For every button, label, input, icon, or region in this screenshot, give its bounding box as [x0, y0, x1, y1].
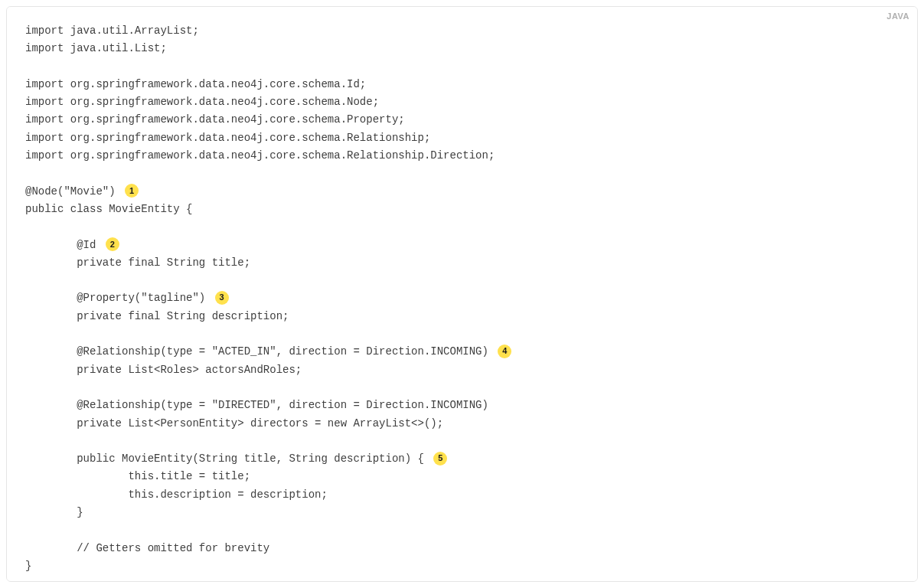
- code-line: this.description = description;: [25, 488, 328, 501]
- callout-5[interactable]: 5: [433, 452, 447, 466]
- code-line: import org.springframework.data.neo4j.co…: [25, 132, 430, 144]
- code-line: @Relationship(type = "DIRECTED", directi…: [25, 399, 488, 411]
- code-line: import java.util.ArrayList;: [25, 24, 199, 37]
- code-line: import java.util.List;: [25, 42, 167, 54]
- code-line: private final String description;: [25, 310, 289, 322]
- code-line: import org.springframework.data.neo4j.co…: [25, 149, 495, 162]
- code-line: @Property("tagline"): [25, 292, 205, 304]
- code-line: import org.springframework.data.neo4j.co…: [25, 96, 379, 108]
- code-line: import org.springframework.data.neo4j.co…: [25, 113, 405, 126]
- code-line: private final String title;: [25, 256, 250, 269]
- code-line: @Relationship(type = "ACTED_IN", directi…: [25, 345, 488, 358]
- code-line: import org.springframework.data.neo4j.co…: [25, 78, 366, 90]
- code-block: JAVA import java.util.ArrayList; import …: [6, 6, 918, 582]
- code-line: @Id: [25, 239, 96, 251]
- code-content: import java.util.ArrayList; import java.…: [25, 22, 899, 575]
- callout-3[interactable]: 3: [215, 291, 229, 305]
- language-badge: JAVA: [886, 11, 909, 21]
- code-line: private List<PersonEntity> directors = n…: [25, 417, 443, 430]
- callout-1[interactable]: 1: [125, 184, 139, 198]
- code-line: }: [25, 560, 31, 572]
- callout-4[interactable]: 4: [498, 345, 511, 358]
- code-line: private List<Roles> actorsAndRoles;: [25, 364, 302, 376]
- code-line: }: [25, 506, 83, 518]
- callout-2[interactable]: 2: [106, 237, 119, 251]
- code-line: public class MovieEntity {: [25, 203, 192, 215]
- code-line: this.title = title;: [25, 470, 250, 482]
- code-line: public MovieEntity(String title, String …: [25, 452, 424, 465]
- code-line: // Getters omitted for brevity: [25, 542, 269, 554]
- code-line: @Node("Movie"): [25, 185, 116, 198]
